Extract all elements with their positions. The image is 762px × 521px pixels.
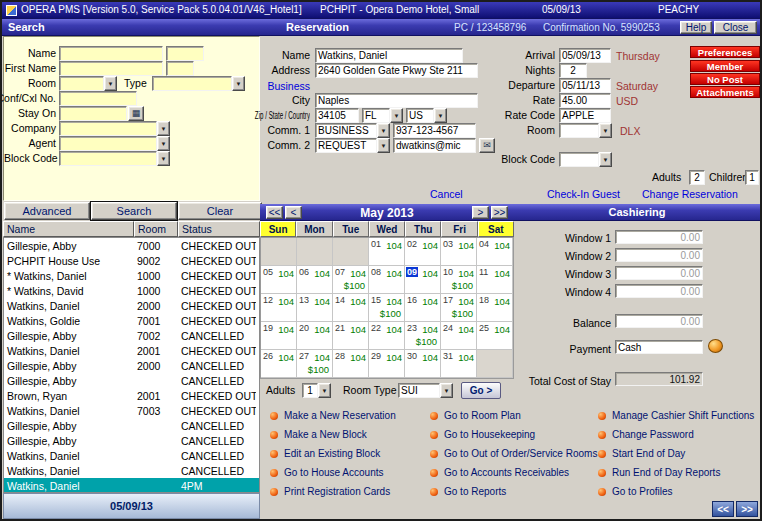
calendar-day[interactable]: 20104 [297, 322, 333, 350]
availability-adults-input[interactable]: 1 [302, 383, 318, 398]
column-header-name[interactable]: Name [3, 221, 134, 237]
comm2-type-dropdown-arrow-icon[interactable] [377, 138, 390, 153]
calendar-day[interactable]: 11104 [477, 266, 513, 294]
table-row[interactable]: Brown, Ryan2001CHECKED OUT [4, 388, 259, 403]
advanced-button[interactable]: Advanced [4, 202, 90, 220]
table-row[interactable]: PCHPIT House Use9002CHECKED OUT [4, 253, 259, 268]
room-dropdown-arrow-icon[interactable] [599, 123, 612, 138]
rate-code-input[interactable]: APPLE [559, 108, 611, 123]
member-button[interactable]: Member [690, 60, 760, 72]
column-header-room[interactable]: Room [134, 221, 178, 237]
calendar-day[interactable]: 08104 [369, 266, 405, 294]
block-code-dropdown-arrow-icon[interactable] [599, 152, 612, 167]
cancel-link[interactable]: Cancel [430, 188, 463, 200]
room-input[interactable] [559, 123, 599, 138]
calendar-prev-year-button[interactable]: << [266, 206, 283, 219]
block-code-search-input[interactable] [59, 151, 157, 166]
pager-next-button[interactable]: >> [736, 501, 758, 517]
calendar-day[interactable]: 14104 [333, 294, 369, 322]
clear-button[interactable]: Clear [178, 202, 262, 220]
table-row[interactable]: Gillespie, AbbyCANCELLED [4, 418, 259, 433]
calendar-day[interactable]: 28104 [333, 350, 369, 378]
quick-link[interactable]: Go to Housekeeping [430, 429, 535, 440]
country-input[interactable]: US [406, 108, 434, 123]
calendar-day[interactable]: 15104$100 [369, 294, 405, 322]
room-search-input[interactable] [59, 76, 104, 91]
zip-input[interactable]: 34105 [315, 108, 359, 123]
calendar-day[interactable]: 02104 [405, 238, 441, 266]
column-header-status[interactable]: Status [178, 221, 260, 237]
calendar-day[interactable]: 12104 [261, 294, 297, 322]
quick-link[interactable]: Go to House Accounts [270, 467, 384, 478]
quick-link[interactable]: Go to Out of Order/Service Rooms [430, 448, 597, 459]
quick-link[interactable]: Change Password [598, 429, 694, 440]
comm2-type-input[interactable]: REQUEST [315, 138, 377, 153]
name-search-input[interactable] [59, 46, 163, 61]
calendar-day[interactable]: 07104$100 [333, 266, 369, 294]
table-row[interactable]: Watkins, DanielCANCELLED [4, 463, 259, 478]
adults-input[interactable]: 2 [689, 170, 705, 185]
agent-input[interactable] [59, 136, 157, 151]
name-suffix-input[interactable] [166, 46, 204, 61]
calendar-prev-month-button[interactable]: < [285, 206, 302, 219]
close-button[interactable]: Close [714, 21, 757, 34]
calendar-next-year-button[interactable]: >> [491, 206, 508, 219]
calendar-day[interactable]: 21104 [333, 322, 369, 350]
calendar-day[interactable]: 26104 [261, 350, 297, 378]
calendar-day[interactable]: 16104 [405, 294, 441, 322]
quick-link[interactable]: Go to Reports [430, 486, 506, 497]
calendar-day[interactable]: 06104 [297, 266, 333, 294]
table-row[interactable]: Gillespie, AbbyCANCELLED [4, 373, 259, 388]
calendar-day[interactable]: 05104 [261, 266, 297, 294]
company-input[interactable] [59, 121, 157, 136]
state-dropdown-arrow-icon[interactable] [390, 108, 403, 123]
go-button[interactable]: Go > [461, 382, 501, 399]
room-type-search-input[interactable] [152, 76, 232, 91]
room-search-dropdown-arrow-icon[interactable] [104, 76, 117, 91]
quick-link[interactable]: Go to Profiles [598, 486, 673, 497]
arrival-input[interactable]: 05/09/13 [559, 48, 611, 63]
conf-cxl-input[interactable] [59, 91, 137, 106]
payment-input[interactable]: Cash [615, 340, 703, 354]
country-dropdown-arrow-icon[interactable] [434, 108, 447, 123]
no-post-button[interactable]: No Post [690, 73, 760, 85]
availability-room-type-dropdown-arrow-icon[interactable] [440, 383, 453, 398]
calendar-day[interactable]: 01104 [369, 238, 405, 266]
calendar-day[interactable]: 31104 [441, 350, 477, 378]
calendar-day[interactable]: 03104 [441, 238, 477, 266]
agent-dropdown-arrow-icon[interactable] [157, 136, 170, 151]
pager-prev-button[interactable]: << [712, 501, 734, 517]
calendar-day[interactable]: 25104 [477, 322, 513, 350]
table-row[interactable]: Gillespie, Abby7002CANCELLED [4, 328, 259, 343]
calendar-day[interactable]: 24104 [441, 322, 477, 350]
payment-money-icon[interactable] [708, 339, 723, 353]
first-name-suffix-input[interactable] [166, 61, 194, 76]
table-row[interactable]: Gillespie, AbbyCANCELLED [4, 433, 259, 448]
availability-adults-dropdown-arrow-icon[interactable] [318, 383, 331, 398]
calendar-day[interactable]: 23104$100 [405, 322, 441, 350]
calendar-day[interactable]: 30104 [405, 350, 441, 378]
calendar-day[interactable]: 22104 [369, 322, 405, 350]
table-row[interactable]: Watkins, Daniel4PM [4, 478, 259, 493]
quick-link[interactable]: Start End of Day [598, 448, 685, 459]
quick-link[interactable]: Manage Cashier Shift Functions [598, 410, 754, 421]
quick-link[interactable]: Print Registration Cards [270, 486, 390, 497]
guest-name-input[interactable]: Watkins, Daniel [315, 48, 463, 63]
availability-room-type-input[interactable]: SUI [398, 383, 440, 398]
calendar-day[interactable]: 19104 [261, 322, 297, 350]
attachments-button[interactable]: Attachments [690, 86, 760, 98]
nights-input[interactable]: 2 [559, 63, 587, 78]
quick-link[interactable]: Go to Room Plan [430, 410, 521, 421]
comm2-value-input[interactable]: dwatkins@mic [393, 138, 476, 153]
children-input[interactable]: 1 [745, 170, 759, 185]
company-dropdown-arrow-icon[interactable] [157, 121, 170, 136]
calendar-day[interactable]: 04104 [477, 238, 513, 266]
table-row[interactable]: Gillespie, Abby2000CANCELLED [4, 358, 259, 373]
comm1-type-dropdown-arrow-icon[interactable] [377, 123, 390, 138]
calendar-day[interactable]: 27104$100 [297, 350, 333, 378]
quick-link[interactable]: Make a New Block [270, 429, 367, 440]
table-row[interactable]: Watkins, Daniel2000CHECKED OUT [4, 298, 259, 313]
table-row[interactable]: * Watkins, David1000CHECKED OUT [4, 283, 259, 298]
room-type-search-dropdown-arrow-icon[interactable] [232, 76, 245, 91]
table-row[interactable]: Watkins, Goldie7001CHECKED OUT [4, 313, 259, 328]
